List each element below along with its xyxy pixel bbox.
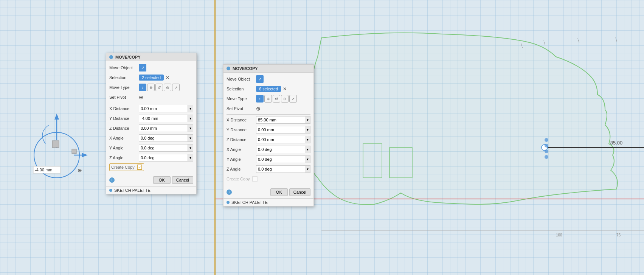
right-ok-button[interactable]: OK — [270, 188, 288, 196]
svg-text:╱: ╱ — [542, 40, 547, 46]
svg-text:╱: ╱ — [576, 38, 581, 44]
right-z-distance-label: Z Distance — [227, 137, 256, 142]
right-move-type-row: Move Type ↕ ⊕ ↺ ⊙ ↗ — [227, 95, 310, 103]
right-y-distance-input-wrap: ▼ — [256, 126, 310, 134]
left-create-copy-checkbox[interactable] — [137, 165, 142, 170]
svg-text:⊕: ⊕ — [78, 167, 82, 173]
left-create-copy-row: Create Copy — [109, 163, 144, 171]
right-x-angle-label: X Angle — [227, 147, 256, 152]
left-y-distance-input-wrap: ▼ — [139, 115, 193, 122]
right-z-angle-arrow[interactable]: ▼ — [305, 165, 310, 173]
left-move-type-btn4[interactable]: ⊙ — [164, 84, 171, 91]
right-move-object-row: Move Object ↗ — [227, 75, 310, 83]
svg-text:╱: ╱ — [613, 37, 619, 43]
main-container: -4.00 mm ⊕ MOVE/COPY Move Object ↗ — [0, 0, 644, 275]
left-z-distance-input[interactable] — [139, 124, 188, 132]
right-move-type-btn4[interactable]: ⊙ — [281, 95, 289, 103]
left-dialog-footer: i OK Cancel — [106, 175, 196, 186]
left-y-angle-arrow[interactable]: ▼ — [188, 144, 193, 152]
left-ok-button[interactable]: OK — [153, 176, 171, 184]
left-z-distance-row: Z Distance ▼ — [109, 124, 193, 132]
left-selection-button[interactable]: 2 selected — [139, 75, 164, 81]
right-set-pivot-icon[interactable]: ⊕ — [256, 106, 261, 112]
left-z-distance-arrow[interactable]: ▼ — [188, 124, 193, 132]
left-move-object-value: ↗ — [139, 64, 193, 71]
left-y-distance-arrow[interactable]: ▼ — [188, 115, 193, 122]
right-move-type-btn5[interactable]: ↗ — [289, 95, 297, 103]
svg-text:-4.00 mm: -4.00 mm — [35, 168, 52, 172]
right-create-copy-checkbox[interactable] — [252, 176, 258, 182]
left-z-distance-label: Z Distance — [109, 126, 139, 131]
left-dialog-title: MOVE/COPY — [115, 55, 141, 59]
left-move-type-btn5[interactable]: ↗ — [172, 84, 180, 91]
svg-text:100: 100 — [556, 233, 562, 237]
right-x-angle-arrow[interactable]: ▼ — [305, 146, 310, 153]
right-set-pivot-row: Set Pivot ⊕ — [227, 104, 310, 113]
left-z-angle-row: Z Angle ▼ — [109, 154, 193, 162]
right-selection-value: 6 selected ✕ — [256, 86, 310, 92]
left-move-type-row: Move Type ↕ ⊕ ↺ ⊙ ↗ — [109, 83, 193, 92]
left-move-type-btn2[interactable]: ⊕ — [147, 84, 155, 91]
right-x-angle-input[interactable] — [256, 146, 305, 153]
svg-text:85.00: 85.00 — [610, 140, 623, 146]
left-selection-count: 2 selected — [142, 75, 161, 80]
left-cancel-button[interactable]: Cancel — [172, 176, 193, 184]
right-x-distance-row: X Distance ▼ — [227, 116, 310, 124]
right-sketch-palette: SKETCH PALETTE — [223, 198, 313, 206]
right-z-distance-input[interactable] — [256, 136, 305, 143]
left-z-distance-input-wrap: ▼ — [139, 124, 193, 132]
left-move-obj-icon[interactable]: ↗ — [139, 64, 146, 71]
right-z-distance-arrow[interactable]: ▼ — [305, 136, 310, 143]
right-dialog-footer: i OK Cancel — [223, 187, 313, 198]
left-sketch-dot — [109, 189, 112, 192]
right-move-obj-icon[interactable]: ↗ — [256, 75, 264, 83]
left-set-pivot-icon[interactable]: ⊕ — [139, 94, 143, 100]
right-y-angle-input-wrap: ▼ — [256, 155, 310, 163]
left-y-angle-label: Y Angle — [109, 146, 139, 150]
right-x-distance-input[interactable] — [256, 116, 305, 124]
svg-marker-3 — [54, 113, 59, 120]
left-set-pivot-value: ⊕ — [139, 94, 193, 100]
right-selection-close[interactable]: ✕ — [283, 86, 287, 92]
left-move-object-label: Move Object — [109, 65, 139, 70]
right-dialog-title: MOVE/COPY — [233, 66, 258, 71]
left-x-angle-arrow[interactable]: ▼ — [188, 134, 193, 142]
right-create-copy-row: Create Copy — [227, 175, 310, 183]
left-x-distance-row: X Distance ▼ — [109, 104, 193, 113]
left-dialog-dot — [109, 55, 113, 59]
left-divider — [109, 103, 193, 103]
left-z-angle-input[interactable] — [139, 154, 188, 162]
right-z-angle-label: Z Angle — [227, 167, 256, 171]
right-move-type-btn3[interactable]: ↺ — [273, 95, 280, 103]
right-y-angle-input[interactable] — [256, 155, 305, 163]
left-move-type-btn1[interactable]: ↕ — [139, 84, 146, 91]
left-selection-close[interactable]: ✕ — [166, 75, 169, 80]
left-info-icon[interactable]: i — [109, 177, 115, 183]
right-selection-button[interactable]: 6 selected — [256, 86, 281, 92]
right-z-distance-row: Z Distance ▼ — [227, 135, 310, 144]
right-cancel-button[interactable]: Cancel — [289, 188, 310, 196]
left-y-angle-input[interactable] — [139, 144, 188, 152]
svg-marker-5 — [82, 153, 88, 157]
right-y-distance-arrow[interactable]: ▼ — [305, 126, 310, 134]
left-x-distance-arrow[interactable]: ▼ — [188, 105, 193, 112]
right-x-distance-arrow[interactable]: ▼ — [305, 116, 310, 124]
right-y-distance-input[interactable] — [256, 126, 305, 134]
right-info-icon[interactable]: i — [227, 190, 232, 195]
left-z-angle-arrow[interactable]: ▼ — [188, 154, 193, 162]
left-move-object-row: Move Object ↗ — [109, 64, 193, 72]
svg-point-48 — [545, 155, 548, 159]
right-move-type-btn2[interactable]: ⊕ — [264, 95, 272, 103]
left-move-type-btn3[interactable]: ↺ — [155, 84, 163, 91]
left-create-copy-label: Create Copy — [111, 165, 135, 169]
left-y-distance-input[interactable] — [139, 115, 188, 122]
right-move-type-btn1[interactable]: ↕ — [256, 95, 264, 103]
right-z-angle-input[interactable] — [256, 165, 305, 173]
right-y-angle-arrow[interactable]: ▼ — [305, 155, 310, 163]
left-x-distance-input[interactable] — [139, 105, 188, 112]
right-set-pivot-label: Set Pivot — [227, 106, 256, 111]
left-y-angle-row: Y Angle ▼ — [109, 144, 193, 152]
right-dialog: MOVE/COPY Move Object ↗ Selection 6 sele… — [223, 64, 314, 207]
left-x-angle-row: X Angle ▼ — [109, 134, 193, 142]
left-x-angle-input[interactable] — [139, 134, 188, 142]
